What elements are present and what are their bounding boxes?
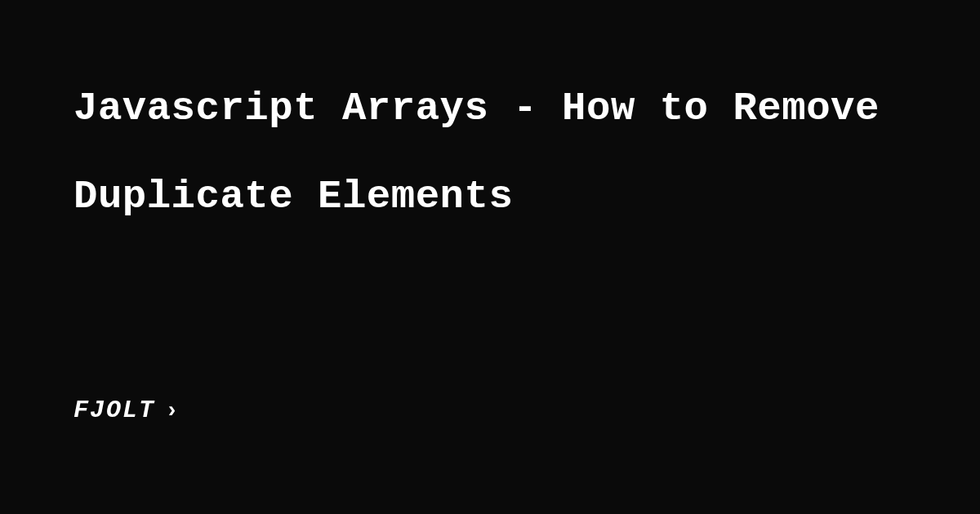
chevron-right-icon: › [165, 398, 179, 423]
page-title: Javascript Arrays - How to Remove Duplic… [74, 65, 906, 241]
brand-section: FJOLT › [74, 397, 906, 424]
card-container: Javascript Arrays - How to Remove Duplic… [0, 0, 980, 514]
brand-logo-text: FJOLT [74, 397, 155, 424]
